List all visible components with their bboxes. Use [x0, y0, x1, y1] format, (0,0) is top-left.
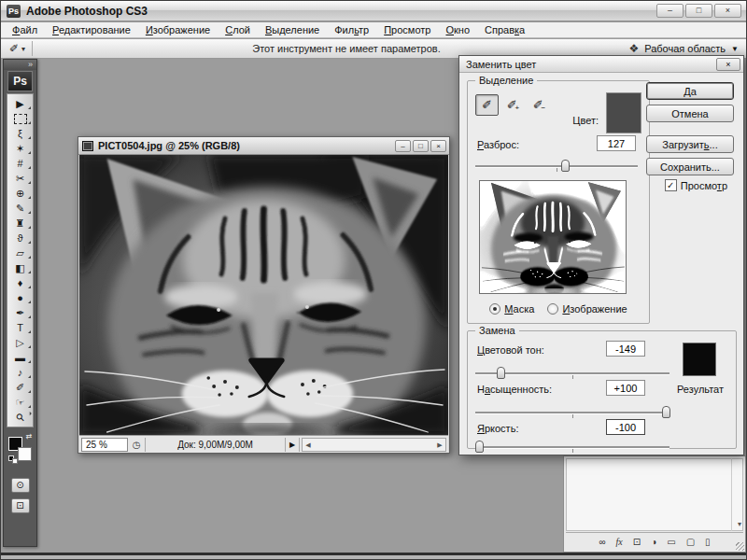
zoom-level-field[interactable]: 25 %	[81, 438, 128, 452]
crop-tool[interactable]: #	[7, 156, 33, 171]
adjustment-layer-icon[interactable]: ◑	[651, 537, 656, 547]
menu-layer[interactable]: Слой	[218, 23, 258, 36]
status-expand-button[interactable]: ▶	[285, 438, 300, 452]
maximize-button[interactable]: □	[685, 4, 712, 18]
app-titlebar: Ps Adobe Photoshop CS3 – □ ×	[1, 1, 746, 21]
doc-close-button[interactable]: ×	[430, 140, 446, 152]
saturation-input[interactable]	[606, 380, 645, 396]
selection-group: Выделение ✐✐+✐− Цвет: Разброс: Маска	[467, 80, 650, 324]
swap-colors-icon[interactable]: ⇄	[26, 432, 33, 441]
pen-tool[interactable]: ✒	[7, 305, 33, 320]
dodge-tool[interactable]: ●	[7, 290, 33, 305]
workspace-switcher[interactable]: ❖ Рабочая область ▼	[628, 42, 739, 55]
hue-slider-thumb[interactable]	[497, 367, 505, 379]
lightness-slider-thumb[interactable]	[475, 441, 484, 453]
menu-view[interactable]: Просмотр	[376, 23, 438, 36]
quick-mask-button[interactable]: ⊙	[11, 478, 30, 493]
preview-checkbox[interactable]: ✓ Просмотр	[665, 179, 727, 191]
cancel-button[interactable]: Отмена	[646, 105, 734, 122]
modifier-glyph: −	[542, 104, 546, 112]
horizontal-scrollbar[interactable]: ◀ ▶	[302, 438, 446, 452]
close-button[interactable]: ×	[714, 4, 741, 18]
document-titlebar[interactable]: PICT0504.jpg @ 25% (RGB/8) – □ ×	[78, 137, 449, 155]
palette-scrollbar[interactable]	[731, 458, 732, 531]
document-title: PICT0504.jpg @ 25% (RGB/8)	[98, 140, 240, 151]
delete-layer-icon[interactable]: ▯	[705, 537, 711, 547]
magic-wand-tool[interactable]: ✶	[7, 141, 33, 156]
add-layer-mask-icon[interactable]: ⊡	[633, 537, 641, 547]
scroll-down-icon[interactable]: ▾	[738, 520, 741, 528]
save-button[interactable]: Сохранить...	[646, 158, 734, 175]
shape-tool[interactable]: ▬	[7, 350, 33, 365]
ok-button[interactable]: Да	[646, 82, 734, 100]
rectangular-marquee-tool[interactable]	[7, 111, 33, 126]
hue-slider[interactable]	[475, 367, 669, 380]
eyedropper-sample-button[interactable]: ✐	[475, 94, 499, 116]
load-button[interactable]: Загрузить...	[646, 135, 734, 153]
document-window-controls: – □ ×	[395, 140, 446, 152]
radio-icon[interactable]	[547, 303, 558, 315]
saturation-slider-thumb[interactable]	[662, 406, 670, 418]
slice-tool[interactable]: ✂	[7, 171, 33, 186]
document-canvas[interactable]	[79, 155, 448, 435]
menu-filter[interactable]: Фильтр	[327, 23, 376, 36]
dialog-close-button[interactable]: ×	[716, 58, 740, 71]
tool-preset-picker[interactable]: ✐ ▾	[9, 42, 25, 55]
screen-mode-button[interactable]: ⊡	[11, 498, 30, 513]
menu-help[interactable]: Справка	[477, 23, 532, 36]
dialog-titlebar[interactable]: Заменить цвет	[459, 56, 743, 73]
cat-image[interactable]	[79, 155, 448, 435]
doc-minimize-button[interactable]: –	[395, 140, 411, 152]
subtract-from-sample-button[interactable]: ✐−	[528, 94, 551, 116]
lasso-tool[interactable]: ξ	[7, 126, 33, 141]
image-radio[interactable]: Изображение	[547, 303, 627, 315]
mask-radio[interactable]: Маска	[489, 303, 534, 315]
resize-grip[interactable]	[736, 542, 744, 551]
fuzziness-slider-thumb[interactable]	[561, 160, 570, 172]
layer-style-icon[interactable]: fx	[616, 537, 623, 547]
healing-brush-tool[interactable]: ⊕	[7, 186, 33, 201]
move-tool[interactable]: ▶	[7, 96, 33, 111]
menu-window[interactable]: Окно	[438, 23, 477, 36]
fuzziness-input[interactable]	[597, 135, 636, 151]
new-group-icon[interactable]: ▭	[667, 537, 675, 547]
brush-tool[interactable]: ✎	[7, 201, 33, 216]
selected-color-swatch[interactable]	[606, 92, 641, 133]
lightness-input[interactable]	[606, 419, 645, 435]
add-to-sample-button[interactable]: ✐+	[501, 94, 525, 116]
saturation-slider[interactable]	[475, 406, 669, 419]
minimize-button[interactable]: –	[656, 4, 684, 18]
lightness-slider[interactable]	[475, 441, 669, 454]
audio-annotation-tool[interactable]: ♪	[7, 365, 33, 380]
default-colors-icon[interactable]	[12, 458, 18, 464]
type-tool[interactable]: T	[7, 320, 33, 335]
selection-preview[interactable]	[479, 180, 627, 294]
blur-tool[interactable]: ♦	[7, 275, 33, 290]
toolbox-collapse-button[interactable]: »	[4, 60, 36, 70]
background-color-swatch[interactable]	[18, 447, 32, 461]
photoshop-window: Ps Adobe Photoshop CS3 – □ × ФайлРедакти…	[0, 0, 747, 560]
hue-input[interactable]	[606, 341, 645, 357]
layers-list[interactable]	[566, 458, 743, 531]
fuzziness-slider[interactable]	[475, 160, 638, 173]
dialog-buttons: ДаОтменаЗагрузить...Сохранить...	[646, 82, 734, 175]
history-brush-tool[interactable]: ϑ	[7, 231, 33, 245]
bridge-icon[interactable]: ❖	[628, 42, 639, 55]
scroll-right-icon[interactable]: ▶	[434, 439, 445, 451]
menu-image[interactable]: Изображение	[138, 23, 218, 36]
result-color-swatch[interactable]	[683, 343, 716, 376]
doc-maximize-button[interactable]: □	[413, 140, 429, 152]
menu-edit[interactable]: Редактирование	[45, 23, 138, 36]
link-layers-icon[interactable]: ∞	[599, 537, 605, 547]
menu-file[interactable]: Файл	[5, 23, 45, 36]
checkbox-icon[interactable]: ✓	[665, 179, 677, 191]
eyedropper-tool[interactable]: ✐	[7, 380, 33, 395]
clone-stamp-tool[interactable]: ♜	[7, 216, 33, 231]
new-layer-icon[interactable]: ▢	[686, 537, 695, 547]
menu-select[interactable]: Выделение	[258, 23, 327, 36]
radio-icon[interactable]	[489, 303, 500, 315]
gradient-tool[interactable]: ◧	[7, 260, 33, 275]
path-selection-tool[interactable]: ▷	[7, 335, 33, 350]
scroll-left-icon[interactable]: ◀	[303, 439, 314, 451]
eraser-tool[interactable]: ▱	[7, 245, 33, 260]
